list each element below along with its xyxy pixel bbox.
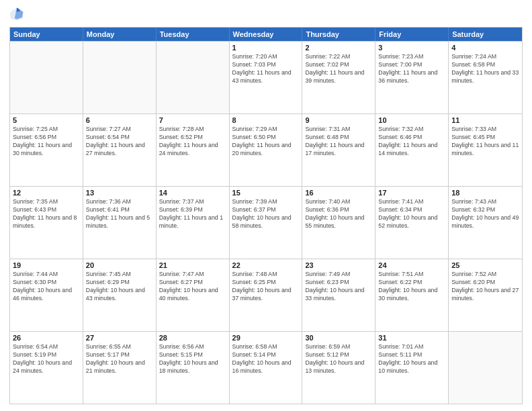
- day-info: Sunrise: 7:33 AM Sunset: 6:45 PM Dayligh…: [451, 126, 519, 158]
- cal-cell-1-5: 2Sunrise: 7:22 AM Sunset: 7:02 PM Daylig…: [302, 42, 375, 113]
- day-number: 27: [86, 334, 153, 342]
- cal-cell-5-1: 26Sunrise: 6:54 AM Sunset: 5:19 PM Dayli…: [10, 332, 83, 404]
- day-info: Sunrise: 7:43 AM Sunset: 6:32 PM Dayligh…: [451, 198, 519, 230]
- logo-icon: [9, 7, 24, 21]
- day-number: 25: [451, 261, 519, 269]
- day-info: Sunrise: 7:39 AM Sunset: 6:37 PM Dayligh…: [232, 198, 300, 230]
- day-info: Sunrise: 7:52 AM Sunset: 6:20 PM Dayligh…: [451, 271, 519, 303]
- cal-cell-4-4: 22Sunrise: 7:48 AM Sunset: 6:25 PM Dayli…: [230, 259, 303, 331]
- day-info: Sunrise: 6:58 AM Sunset: 5:14 PM Dayligh…: [232, 343, 300, 375]
- cal-cell-1-7: 4Sunrise: 7:24 AM Sunset: 6:58 PM Daylig…: [449, 42, 522, 113]
- page: SundayMondayTuesdayWednesdayThursdayFrid…: [0, 0, 532, 411]
- cal-cell-4-5: 23Sunrise: 7:49 AM Sunset: 6:23 PM Dayli…: [302, 259, 375, 331]
- cal-cell-3-6: 17Sunrise: 7:41 AM Sunset: 6:34 PM Dayli…: [375, 187, 449, 259]
- day-info: Sunrise: 7:01 AM Sunset: 5:11 PM Dayligh…: [378, 343, 445, 375]
- cal-week-1: 1Sunrise: 7:20 AM Sunset: 7:03 PM Daylig…: [10, 41, 522, 113]
- day-info: Sunrise: 7:51 AM Sunset: 6:22 PM Dayligh…: [378, 271, 445, 303]
- cal-header-thursday: Thursday: [302, 28, 375, 41]
- cal-week-4: 19Sunrise: 7:44 AM Sunset: 6:30 PM Dayli…: [10, 259, 522, 331]
- cal-header-monday: Monday: [83, 28, 157, 41]
- day-number: 22: [232, 261, 300, 269]
- cal-cell-4-7: 25Sunrise: 7:52 AM Sunset: 6:20 PM Dayli…: [449, 259, 522, 331]
- cal-cell-2-1: 5Sunrise: 7:25 AM Sunset: 6:56 PM Daylig…: [10, 114, 83, 186]
- day-number: 28: [159, 334, 226, 342]
- cal-cell-3-7: 18Sunrise: 7:43 AM Sunset: 6:32 PM Dayli…: [449, 187, 522, 259]
- cal-cell-3-1: 12Sunrise: 7:35 AM Sunset: 6:43 PM Dayli…: [10, 187, 83, 259]
- cal-cell-5-3: 28Sunrise: 6:56 AM Sunset: 5:15 PM Dayli…: [157, 332, 230, 404]
- day-number: 29: [232, 334, 300, 342]
- cal-cell-3-3: 14Sunrise: 7:37 AM Sunset: 6:39 PM Dayli…: [157, 187, 230, 259]
- day-info: Sunrise: 6:56 AM Sunset: 5:15 PM Dayligh…: [159, 343, 226, 375]
- day-info: Sunrise: 6:59 AM Sunset: 5:12 PM Dayligh…: [305, 343, 372, 375]
- day-number: 8: [232, 116, 300, 124]
- cal-header-wednesday: Wednesday: [230, 28, 303, 41]
- cal-cell-5-6: 31Sunrise: 7:01 AM Sunset: 5:11 PM Dayli…: [375, 332, 449, 404]
- day-number: 30: [305, 334, 372, 342]
- day-number: 4: [451, 44, 519, 52]
- day-info: Sunrise: 7:31 AM Sunset: 6:48 PM Dayligh…: [305, 126, 372, 158]
- cal-cell-1-1: [10, 42, 83, 113]
- day-number: 1: [232, 44, 300, 52]
- day-info: Sunrise: 7:40 AM Sunset: 6:36 PM Dayligh…: [305, 198, 372, 230]
- cal-cell-3-4: 15Sunrise: 7:39 AM Sunset: 6:37 PM Dayli…: [230, 187, 303, 259]
- day-number: 24: [378, 261, 445, 269]
- cal-cell-1-6: 3Sunrise: 7:23 AM Sunset: 7:00 PM Daylig…: [375, 42, 449, 113]
- day-number: 26: [13, 334, 80, 342]
- cal-cell-4-2: 20Sunrise: 7:45 AM Sunset: 6:29 PM Dayli…: [83, 259, 157, 331]
- day-info: Sunrise: 7:41 AM Sunset: 6:34 PM Dayligh…: [378, 198, 445, 230]
- cal-cell-2-6: 10Sunrise: 7:32 AM Sunset: 6:46 PM Dayli…: [375, 114, 449, 186]
- day-number: 12: [13, 189, 80, 197]
- cal-cell-5-5: 30Sunrise: 6:59 AM Sunset: 5:12 PM Dayli…: [302, 332, 375, 404]
- cal-header-friday: Friday: [375, 28, 449, 41]
- cal-cell-5-7: [449, 332, 522, 404]
- cal-cell-4-1: 19Sunrise: 7:44 AM Sunset: 6:30 PM Dayli…: [10, 259, 83, 331]
- day-number: 13: [86, 189, 153, 197]
- day-number: 19: [13, 261, 80, 269]
- day-number: 2: [305, 44, 372, 52]
- day-number: 5: [13, 116, 80, 124]
- cal-cell-4-3: 21Sunrise: 7:47 AM Sunset: 6:27 PM Dayli…: [157, 259, 230, 331]
- day-number: 15: [232, 189, 300, 197]
- day-info: Sunrise: 7:45 AM Sunset: 6:29 PM Dayligh…: [86, 271, 153, 303]
- cal-cell-2-7: 11Sunrise: 7:33 AM Sunset: 6:45 PM Dayli…: [449, 114, 522, 186]
- day-info: Sunrise: 7:36 AM Sunset: 6:41 PM Dayligh…: [86, 198, 153, 230]
- cal-cell-2-2: 6Sunrise: 7:27 AM Sunset: 6:54 PM Daylig…: [83, 114, 157, 186]
- cal-cell-3-2: 13Sunrise: 7:36 AM Sunset: 6:41 PM Dayli…: [83, 187, 157, 259]
- cal-header-sunday: Sunday: [10, 28, 83, 41]
- cal-week-5: 26Sunrise: 6:54 AM Sunset: 5:19 PM Dayli…: [10, 331, 522, 404]
- day-info: Sunrise: 7:25 AM Sunset: 6:56 PM Dayligh…: [13, 126, 80, 158]
- day-info: Sunrise: 7:37 AM Sunset: 6:39 PM Dayligh…: [159, 198, 226, 230]
- day-info: Sunrise: 7:22 AM Sunset: 7:02 PM Dayligh…: [305, 53, 372, 85]
- cal-header-saturday: Saturday: [449, 28, 522, 41]
- day-info: Sunrise: 7:29 AM Sunset: 6:50 PM Dayligh…: [232, 126, 300, 158]
- day-info: Sunrise: 7:35 AM Sunset: 6:43 PM Dayligh…: [13, 198, 80, 230]
- header: [9, 7, 523, 21]
- day-number: 31: [378, 334, 445, 342]
- cal-cell-5-2: 27Sunrise: 6:55 AM Sunset: 5:17 PM Dayli…: [83, 332, 157, 404]
- day-number: 17: [378, 189, 445, 197]
- cal-header-tuesday: Tuesday: [157, 28, 230, 41]
- day-info: Sunrise: 7:44 AM Sunset: 6:30 PM Dayligh…: [13, 271, 80, 303]
- day-info: Sunrise: 7:23 AM Sunset: 7:00 PM Dayligh…: [378, 53, 445, 85]
- day-number: 20: [86, 261, 153, 269]
- day-info: Sunrise: 7:20 AM Sunset: 7:03 PM Dayligh…: [232, 53, 300, 85]
- calendar: SundayMondayTuesdayWednesdayThursdayFrid…: [9, 27, 523, 404]
- cal-cell-5-4: 29Sunrise: 6:58 AM Sunset: 5:14 PM Dayli…: [230, 332, 303, 404]
- day-number: 3: [378, 44, 445, 52]
- day-info: Sunrise: 7:27 AM Sunset: 6:54 PM Dayligh…: [86, 126, 153, 158]
- day-info: Sunrise: 7:32 AM Sunset: 6:46 PM Dayligh…: [378, 126, 445, 158]
- day-number: 23: [305, 261, 372, 269]
- calendar-body: 1Sunrise: 7:20 AM Sunset: 7:03 PM Daylig…: [10, 41, 522, 404]
- cal-week-3: 12Sunrise: 7:35 AM Sunset: 6:43 PM Dayli…: [10, 186, 522, 259]
- day-number: 10: [378, 116, 445, 124]
- cal-week-2: 5Sunrise: 7:25 AM Sunset: 6:56 PM Daylig…: [10, 113, 522, 186]
- cal-cell-1-3: [157, 42, 230, 113]
- cal-cell-4-6: 24Sunrise: 7:51 AM Sunset: 6:22 PM Dayli…: [375, 259, 449, 331]
- logo: [9, 7, 27, 21]
- day-number: 11: [451, 116, 519, 124]
- cal-cell-2-5: 9Sunrise: 7:31 AM Sunset: 6:48 PM Daylig…: [302, 114, 375, 186]
- day-info: Sunrise: 6:54 AM Sunset: 5:19 PM Dayligh…: [13, 343, 80, 375]
- day-info: Sunrise: 7:49 AM Sunset: 6:23 PM Dayligh…: [305, 271, 372, 303]
- day-number: 18: [451, 189, 519, 197]
- day-number: 7: [159, 116, 226, 124]
